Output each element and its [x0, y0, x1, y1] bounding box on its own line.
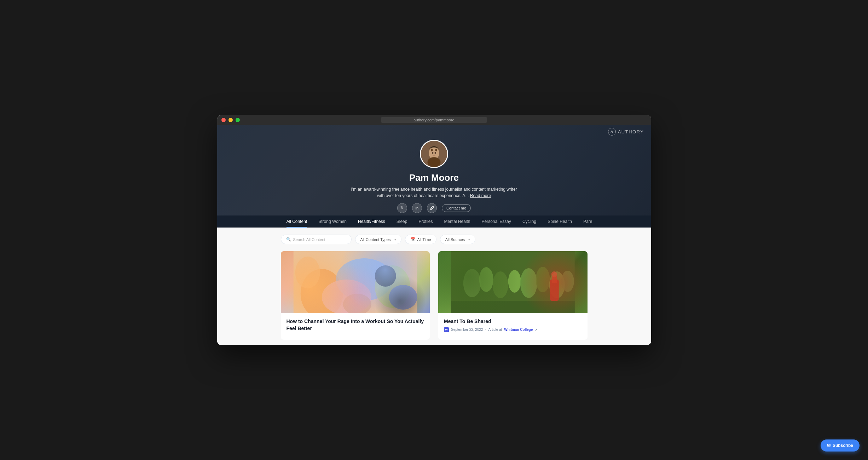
article-image-shapes: [281, 251, 430, 313]
article-body-2: Meant To Be Shared W September 22, 2022 …: [438, 313, 588, 338]
close-button[interactable]: [221, 118, 226, 122]
author-bio: I'm an award-winning freelance health an…: [349, 186, 519, 199]
tab-health-fitness[interactable]: Health/Fitness: [352, 215, 391, 228]
content-types-filter[interactable]: All Content Types ▾: [355, 235, 401, 244]
contact-button[interactable]: Contact me: [442, 204, 471, 212]
tab-spine-health[interactable]: Spine Health: [542, 215, 578, 228]
authory-ring-icon: A: [608, 128, 616, 136]
search-input[interactable]: Search All Content: [293, 237, 325, 242]
hero-content: Pam Moore I'm an award-winning freelance…: [349, 140, 519, 213]
avatar-image: [421, 141, 447, 167]
sources-filter[interactable]: All Sources ▾: [440, 235, 476, 244]
article-body: How to Channel Your Rage Into a Workout …: [281, 313, 430, 340]
article-meta: W September 22, 2022 · Article at Whitma…: [444, 327, 582, 332]
search-input-wrap[interactable]: 🔍 Search All Content: [281, 235, 352, 244]
tab-personal-essay[interactable]: Personal Essay: [476, 215, 517, 228]
mac-window: authory.com/pammoore A AUTHORY: [217, 115, 651, 345]
search-icon: 🔍: [286, 237, 291, 242]
content-area: 🔍 Search All Content All Content Types ▾…: [217, 228, 651, 345]
article-card-2[interactable]: Meant To Be Shared W September 22, 2022 …: [438, 251, 588, 340]
url-bar[interactable]: authory.com/pammoore: [381, 117, 487, 123]
maximize-button[interactable]: [236, 118, 240, 122]
article-image-2-overlay: [438, 251, 588, 313]
article-image-1: [281, 251, 430, 313]
tab-mental-health[interactable]: Mental Health: [438, 215, 476, 228]
source-name: Whitman College: [504, 328, 533, 332]
social-links: 𝕏 in Contact me: [349, 203, 519, 213]
source-icon: W: [444, 327, 449, 332]
nav-tabs: All Content Strong Women Health/Fitness …: [217, 215, 651, 228]
chevron-down-icon-2: ▾: [468, 238, 470, 241]
svg-point-6: [432, 152, 434, 154]
minimize-button[interactable]: [228, 118, 233, 122]
svg-point-5: [428, 157, 441, 167]
author-avatar: [420, 140, 448, 168]
article-title-2: Meant To Be Shared: [444, 318, 582, 325]
hero-section: A AUTHORY: [217, 125, 651, 228]
svg-point-7: [434, 152, 436, 154]
tab-all-content[interactable]: All Content: [281, 215, 313, 228]
twitter-icon[interactable]: 𝕏: [397, 203, 407, 213]
link-icon[interactable]: [427, 203, 437, 213]
authory-logo: A AUTHORY: [608, 128, 644, 136]
filters-row: 🔍 Search All Content All Content Types ▾…: [217, 235, 651, 244]
linkedin-icon[interactable]: in: [412, 203, 422, 213]
chevron-down-icon: ▾: [394, 238, 396, 241]
read-more-link[interactable]: Read more: [470, 193, 491, 198]
article-title: How to Channel Your Rage Into a Workout …: [287, 318, 424, 332]
calendar-icon: 📅: [410, 237, 415, 242]
article-card[interactable]: How to Channel Your Rage Into a Workout …: [281, 251, 430, 340]
tab-sleep[interactable]: Sleep: [391, 215, 413, 228]
tab-cycling[interactable]: Cycling: [517, 215, 542, 228]
external-link-icon: ↗: [535, 328, 538, 332]
tab-pare[interactable]: Pare: [578, 215, 598, 228]
article-image-2: [438, 251, 588, 313]
tab-strong-women[interactable]: Strong Women: [313, 215, 352, 228]
page-content: A AUTHORY: [217, 125, 651, 345]
time-filter[interactable]: 📅 All Time: [405, 235, 436, 244]
svg-point-3: [431, 149, 433, 151]
articles-grid: How to Channel Your Rage Into a Workout …: [217, 251, 651, 340]
tab-profiles[interactable]: Profiles: [413, 215, 438, 228]
author-name: Pam Moore: [349, 172, 519, 183]
titlebar: authory.com/pammoore: [217, 115, 651, 125]
svg-point-4: [435, 149, 438, 151]
authory-name: AUTHORY: [618, 129, 644, 134]
